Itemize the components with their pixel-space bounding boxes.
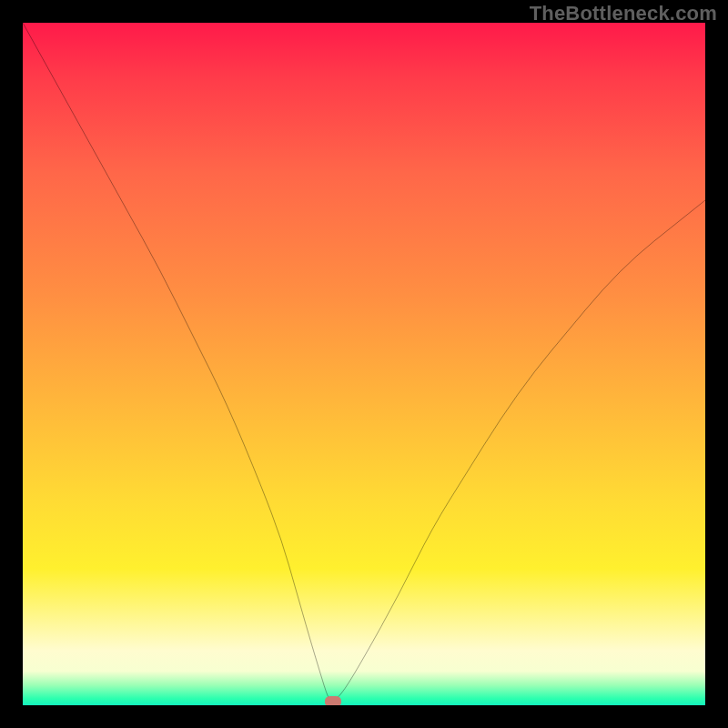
- heat-gradient: [23, 23, 705, 705]
- chart-frame: TheBottleneck.com: [0, 0, 728, 728]
- watermark-text: TheBottleneck.com: [530, 2, 717, 25]
- plot-area: [23, 23, 705, 705]
- optimal-point-marker: [325, 696, 341, 705]
